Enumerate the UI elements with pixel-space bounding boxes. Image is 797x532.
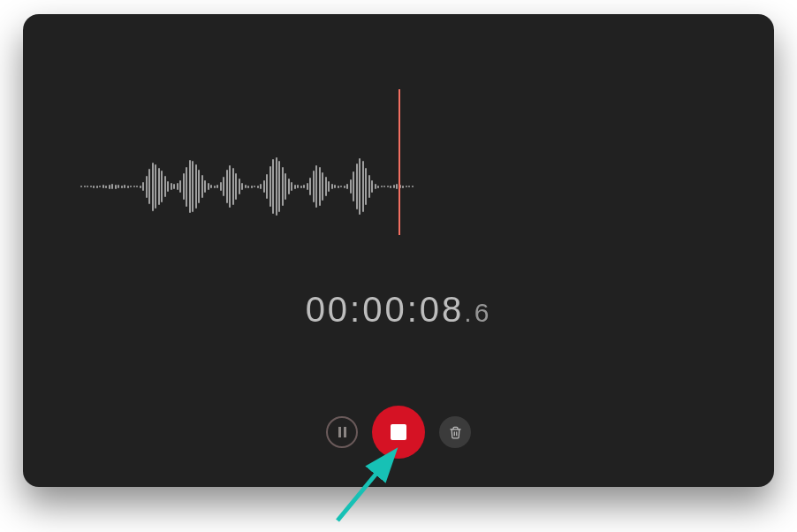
waveform-bar <box>390 186 391 188</box>
waveform-bar <box>325 177 327 196</box>
trash-icon <box>449 426 462 439</box>
playhead-indicator <box>398 89 400 235</box>
waveform-bar <box>402 186 404 188</box>
waveform-bar <box>383 186 385 187</box>
waveform-bar <box>353 171 354 201</box>
stop-icon <box>391 424 406 440</box>
waveform-bar <box>263 180 265 193</box>
waveform-bar <box>303 185 305 188</box>
waveform-bar <box>164 176 166 197</box>
waveform-bar <box>183 173 185 200</box>
waveform-bar <box>239 179 240 194</box>
waveform-bar <box>118 185 119 188</box>
waveform-bar <box>377 186 379 188</box>
waveform-bar <box>309 178 311 195</box>
waveform-bar <box>371 180 373 193</box>
recorder-controls <box>23 406 774 459</box>
waveform-bar <box>315 165 317 208</box>
waveform-bar <box>208 183 209 190</box>
waveform-bar <box>285 173 286 200</box>
waveform-bar <box>260 184 262 189</box>
waveform-bar <box>338 186 339 188</box>
waveform-bar <box>102 185 104 188</box>
waveform-bar <box>179 180 181 193</box>
waveform-bar <box>247 186 249 188</box>
pause-icon <box>338 427 346 437</box>
waveform-bar <box>155 164 156 209</box>
waveform-bar <box>272 159 274 214</box>
waveform-bar <box>189 160 191 213</box>
waveform-bar <box>204 180 206 193</box>
waveform-bar <box>210 185 212 188</box>
recording-timer: 00:00:08.6 <box>23 290 774 330</box>
waveform-bar <box>381 186 383 187</box>
waveform-bar <box>393 185 395 188</box>
waveform-bar <box>142 182 144 191</box>
waveform-bar <box>130 186 132 187</box>
waveform-bar <box>350 179 352 194</box>
waveform-bar <box>124 185 125 188</box>
waveform-bar <box>241 183 243 190</box>
waveform-bar <box>96 186 98 188</box>
waveform-bar <box>109 185 110 189</box>
waveform-bar <box>375 184 376 189</box>
pause-button[interactable] <box>326 416 358 448</box>
waveform-bar <box>412 186 414 187</box>
waveform-bar <box>346 184 348 189</box>
waveform-bar <box>192 161 194 212</box>
waveform-bar <box>359 158 361 215</box>
waveform-bar <box>216 185 218 188</box>
waveform-bar <box>344 186 345 188</box>
waveform-bar <box>396 184 398 189</box>
waveform-bar <box>245 185 247 188</box>
waveform-bar <box>105 186 107 188</box>
waveform-bar <box>297 185 299 188</box>
waveform-bar <box>152 163 154 211</box>
waveform-bar <box>254 186 255 187</box>
waveform-bar <box>288 179 290 194</box>
waveform-bar <box>235 173 237 200</box>
waveform-bar <box>269 166 271 207</box>
waveform-bar <box>111 184 113 189</box>
waveform <box>80 120 416 253</box>
waveform-bar <box>84 186 86 187</box>
waveform-bar <box>90 186 92 187</box>
waveform-bar <box>408 186 410 187</box>
waveform-bar <box>127 186 129 188</box>
waveform-bar <box>198 170 200 203</box>
waveform-bar <box>146 176 148 198</box>
waveform-bar <box>322 172 323 201</box>
waveform-bar <box>226 170 228 203</box>
waveform-bar <box>328 181 330 192</box>
waveform-bar <box>173 184 175 189</box>
waveform-bar <box>387 186 389 187</box>
waveform-bar <box>319 167 321 206</box>
waveform-bar <box>186 167 187 207</box>
recorder-window: 00:00:08.6 <box>23 14 774 487</box>
waveform-bar <box>115 185 117 189</box>
waveform-bar <box>340 186 342 187</box>
waveform-bar <box>177 183 178 190</box>
waveform-bar <box>251 186 253 188</box>
waveform-bar <box>291 182 292 191</box>
waveform-bar <box>356 163 358 209</box>
waveform-bar <box>276 157 277 216</box>
waveform-bar <box>232 168 234 205</box>
delete-button[interactable] <box>439 416 471 448</box>
stop-button[interactable] <box>372 406 425 459</box>
waveform-bar <box>171 183 172 190</box>
waveform-bar <box>294 185 296 189</box>
waveform-bar <box>368 175 370 198</box>
waveform-area <box>23 120 774 253</box>
waveform-bar <box>161 171 163 202</box>
waveform-bar <box>80 186 82 187</box>
waveform-bar <box>140 186 141 188</box>
waveform-bar <box>201 175 203 198</box>
waveform-bar <box>121 186 123 188</box>
waveform-bar <box>148 169 150 204</box>
waveform-bar <box>136 186 138 187</box>
waveform-bar <box>278 161 280 212</box>
waveform-bar <box>257 186 259 188</box>
waveform-bar <box>266 174 268 199</box>
waveform-bar <box>282 167 284 206</box>
